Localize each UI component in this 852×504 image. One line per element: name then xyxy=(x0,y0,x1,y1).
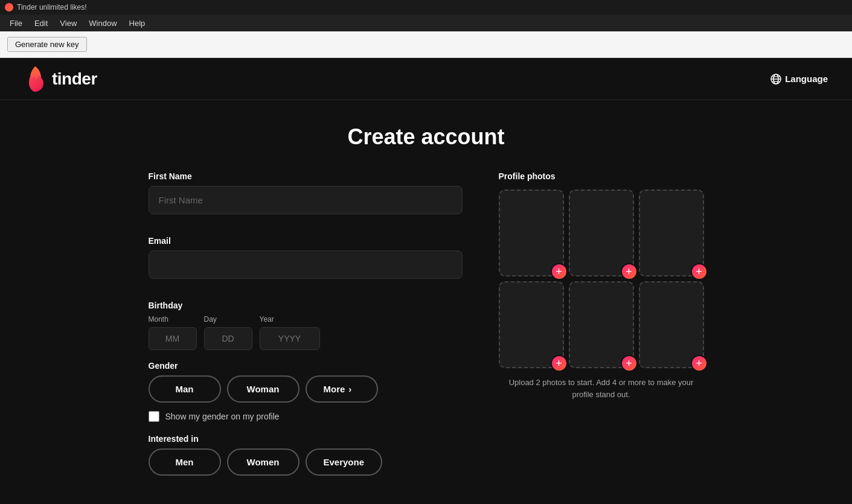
menu-window[interactable]: Window xyxy=(84,18,121,29)
gender-woman-button[interactable]: Woman xyxy=(227,375,299,403)
chevron-right-icon: › xyxy=(348,384,351,394)
photo-slot-1[interactable]: + xyxy=(499,190,564,276)
generate-key-button[interactable]: Generate new key xyxy=(7,37,87,52)
month-label: Month xyxy=(149,315,197,324)
titlebar: Tinder unlimited likes! xyxy=(0,0,852,14)
logo-area: tinder xyxy=(24,66,97,92)
year-field: Year xyxy=(260,315,320,350)
first-name-label: First Name xyxy=(149,171,463,181)
tinder-app-icon xyxy=(5,3,13,11)
day-label: Day xyxy=(204,315,252,324)
photos-grid: + + + + + + xyxy=(499,190,704,368)
photo-slot-5[interactable]: + xyxy=(569,281,634,368)
month-input[interactable] xyxy=(149,327,197,350)
show-gender-checkbox[interactable] xyxy=(149,411,159,422)
form-left: First Name Email Birthday Month Day xyxy=(149,171,463,476)
photo-slot-6[interactable]: + xyxy=(639,281,704,368)
day-input[interactable] xyxy=(204,327,252,350)
language-label: Language xyxy=(785,74,828,84)
gender-buttons: Man Woman More › xyxy=(149,375,463,403)
add-photo-3-button[interactable]: + xyxy=(691,263,708,280)
email-input[interactable] xyxy=(149,250,463,279)
form-layout: First Name Email Birthday Month Day xyxy=(94,171,758,476)
first-name-input[interactable] xyxy=(149,186,463,214)
menubar: File Edit View Window Help xyxy=(0,14,852,31)
add-photo-4-button[interactable]: + xyxy=(551,355,568,372)
month-field: Month xyxy=(149,315,197,350)
page-title: Create account xyxy=(347,124,504,150)
menu-edit[interactable]: Edit xyxy=(30,18,53,29)
add-photo-2-button[interactable]: + xyxy=(621,263,638,280)
email-label: Email xyxy=(149,236,463,246)
menu-file[interactable]: File xyxy=(5,18,27,29)
birthday-label: Birthday xyxy=(149,301,463,310)
content-area: Create account First Name Email Birthday… xyxy=(0,100,852,504)
birthday-group: Birthday Month Day Year xyxy=(149,301,463,350)
tinder-logo-icon xyxy=(24,66,46,92)
app-header: tinder Language xyxy=(0,58,852,100)
gender-more-button[interactable]: More › xyxy=(306,375,378,403)
photo-slot-3[interactable]: + xyxy=(639,190,704,276)
interested-men-button[interactable]: Men xyxy=(149,448,221,476)
gender-group: Gender Man Woman More › xyxy=(149,361,463,403)
show-gender-row: Show my gender on my profile xyxy=(149,411,463,422)
first-name-field-group: First Name xyxy=(149,171,463,225)
interested-buttons: Men Women Everyone xyxy=(149,448,463,476)
gender-man-button[interactable]: Man xyxy=(149,375,221,403)
interested-women-button[interactable]: Women xyxy=(227,448,299,476)
photo-slot-2[interactable]: + xyxy=(569,190,634,276)
email-field-group: Email xyxy=(149,236,463,290)
year-label: Year xyxy=(260,315,320,324)
year-input[interactable] xyxy=(260,327,320,350)
add-photo-5-button[interactable]: + xyxy=(621,355,638,372)
titlebar-title: Tinder unlimited likes! xyxy=(17,3,87,11)
form-right: Profile photos + + + + + + xyxy=(499,171,704,400)
logo-text: tinder xyxy=(52,69,97,89)
add-photo-1-button[interactable]: + xyxy=(551,263,568,280)
more-label: More xyxy=(324,384,345,394)
photo-slot-4[interactable]: + xyxy=(499,281,564,368)
birthday-fields: Month Day Year xyxy=(149,315,463,350)
gender-label: Gender xyxy=(149,361,463,371)
interested-group: Interested in Men Women Everyone xyxy=(149,434,463,476)
upload-hint: Upload 2 photos to start. Add 4 or more … xyxy=(499,377,704,400)
add-photo-6-button[interactable]: + xyxy=(691,355,708,372)
toolbar: Generate new key xyxy=(0,31,852,58)
show-gender-label[interactable]: Show my gender on my profile xyxy=(165,412,280,421)
language-icon xyxy=(770,74,781,85)
menu-view[interactable]: View xyxy=(55,18,82,29)
language-button[interactable]: Language xyxy=(770,74,828,85)
menu-help[interactable]: Help xyxy=(124,18,150,29)
photos-label: Profile photos xyxy=(499,171,704,181)
interested-everyone-button[interactable]: Everyone xyxy=(306,448,383,476)
interested-label: Interested in xyxy=(149,434,463,444)
day-field: Day xyxy=(204,315,252,350)
